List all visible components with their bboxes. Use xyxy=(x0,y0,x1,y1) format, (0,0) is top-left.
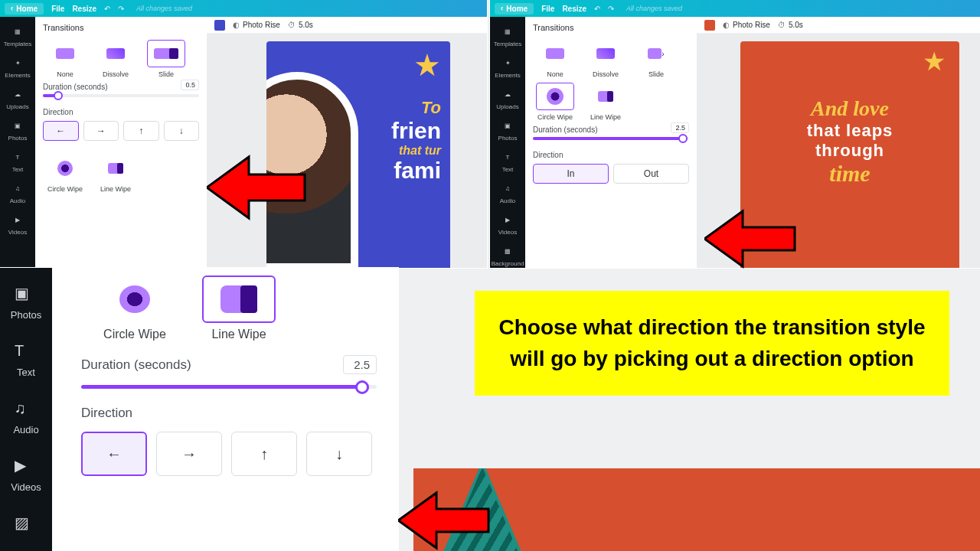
transition-dissolve[interactable]: Dissolve xyxy=(93,40,138,78)
timing-picker[interactable]: ⏱5.0s xyxy=(778,21,803,29)
app-topbar: ›Home File Resize ↶ ↷ All changes saved xyxy=(0,0,487,17)
duration-slider[interactable] xyxy=(533,137,689,140)
resize-menu[interactable]: Resize xyxy=(72,5,96,13)
text-line[interactable]: frien xyxy=(391,118,441,144)
design-page-crop xyxy=(413,468,980,551)
sidebar-item-elements[interactable]: ✦Elements xyxy=(0,53,35,83)
text-icon: T xyxy=(15,339,38,362)
audio-icon: ♫ xyxy=(11,182,24,196)
transition-line-wipe[interactable]: Line Wipe xyxy=(202,276,276,341)
transition-circle-wipe[interactable]: Circle Wipe xyxy=(533,83,577,121)
sidebar-item-videos[interactable]: ▶Videos xyxy=(0,445,52,502)
home-button[interactable]: ›Home xyxy=(495,3,534,15)
transition-dissolve[interactable]: Dissolve xyxy=(583,40,628,78)
transition-circle-wipe[interactable]: Circle Wipe xyxy=(98,276,172,341)
videos-icon: ▶ xyxy=(15,454,38,477)
photos-icon: ▣ xyxy=(11,119,24,133)
elements-icon: ✦ xyxy=(11,57,24,70)
duration-slider[interactable] xyxy=(81,385,377,389)
save-status: All changes saved xyxy=(626,5,682,12)
canvas-toolbar: ◐Photo Rise ⏱5.0s xyxy=(207,17,487,34)
direction-down-button[interactable]: ↓ xyxy=(164,121,200,141)
transition-slide[interactable]: ›Slide xyxy=(634,40,678,78)
canvas-area[interactable]: ★ And love that leaps through time xyxy=(697,34,980,268)
file-menu[interactable]: File xyxy=(51,5,64,13)
sidebar-item-audio[interactable]: ♫Audio xyxy=(0,387,52,445)
text-line[interactable]: To xyxy=(391,98,441,118)
transition-circle-wipe[interactable]: Circle Wipe xyxy=(43,155,87,193)
text-icon: T xyxy=(11,151,24,165)
resize-menu[interactable]: Resize xyxy=(562,5,586,13)
sidebar-item-audio[interactable]: ♫Audio xyxy=(0,178,35,208)
transition-none[interactable]: None xyxy=(43,40,87,78)
direction-in-button[interactable]: In xyxy=(533,164,609,184)
timing-picker[interactable]: ⏱5.0s xyxy=(288,21,313,29)
text-line[interactable]: fami xyxy=(391,158,441,184)
page-color-swatch[interactable] xyxy=(214,20,225,31)
file-menu[interactable]: File xyxy=(541,5,554,13)
photo-element[interactable] xyxy=(266,72,358,268)
star-icon[interactable]: ★ xyxy=(923,46,946,77)
direction-right-button[interactable]: → xyxy=(156,432,222,476)
direction-left-button[interactable]: ← xyxy=(43,121,79,141)
undo-icon[interactable]: ↶ xyxy=(104,5,110,13)
page-color-swatch[interactable] xyxy=(704,20,715,31)
sidebar-item-elements[interactable]: ✦Elements xyxy=(490,53,525,83)
sidebar-item-videos[interactable]: ▶Videos xyxy=(490,210,525,240)
direction-label: Direction xyxy=(35,102,207,118)
text-line[interactable]: that tur xyxy=(391,144,441,158)
design-page[interactable]: ★ To frien that tur fami xyxy=(266,41,450,268)
sidebar-item-videos[interactable]: ▶Videos xyxy=(0,210,35,240)
sidebar-item-text[interactable]: TText xyxy=(490,147,525,177)
sidebar-item-text[interactable]: TText xyxy=(0,330,52,387)
direction-right-button[interactable]: → xyxy=(83,121,119,141)
sidebar-item-templates[interactable]: ▦Templates xyxy=(490,21,525,51)
sidebar-item-audio[interactable]: ♫Audio xyxy=(490,178,525,208)
tool-sidebar: ▦Templates ✦Elements ☁Uploads ▣Photos TT… xyxy=(0,17,35,268)
tool-sidebar: ▣Photos TText ♫Audio ▶Videos ▨ xyxy=(0,268,52,551)
sidebar-item-uploads[interactable]: ☁Uploads xyxy=(0,84,35,114)
sidebar-item-photos[interactable]: ▣Photos xyxy=(0,116,35,145)
direction-out-button[interactable]: Out xyxy=(613,164,689,184)
transition-line-wipe[interactable]: Line Wipe xyxy=(93,155,138,193)
effect-picker[interactable]: ◐Photo Rise xyxy=(723,21,770,29)
direction-up-button[interactable]: ↑ xyxy=(123,121,159,141)
text-line[interactable]: through xyxy=(740,141,959,161)
direction-up-button[interactable]: ↑ xyxy=(231,432,297,476)
design-page[interactable]: ★ And love that leaps through time xyxy=(740,41,959,268)
canvas-area[interactable]: ★ To frien that tur fami xyxy=(207,34,487,268)
text-line[interactable]: And love xyxy=(740,96,959,121)
clock-icon: ⏱ xyxy=(288,21,296,29)
text-line[interactable]: that leaps xyxy=(740,121,959,141)
sidebar-item-background[interactable]: ▩Background xyxy=(490,241,525,271)
direction-down-button[interactable]: ↓ xyxy=(306,432,372,476)
redo-icon[interactable]: ↷ xyxy=(608,5,614,13)
chevron-left-icon: › xyxy=(11,5,13,13)
more-icon: ▨ xyxy=(15,511,38,534)
sidebar-item-more[interactable]: ▨ xyxy=(0,502,52,543)
sidebar-item-uploads[interactable]: ☁Uploads xyxy=(490,84,525,114)
transition-line-wipe[interactable]: Line Wipe xyxy=(583,83,628,121)
home-button[interactable]: ›Home xyxy=(5,3,44,15)
triangle-decoration xyxy=(436,468,528,551)
tutorial-callout: Choose what direction the transition sty… xyxy=(475,291,949,396)
sidebar-item-text[interactable]: TText xyxy=(0,147,35,177)
duration-value[interactable]: 0.5 xyxy=(181,80,199,90)
sidebar-item-templates[interactable]: ▦Templates xyxy=(0,21,35,51)
undo-icon[interactable]: ↶ xyxy=(594,5,600,13)
duration-label: Duration (seconds) xyxy=(81,357,191,373)
text-line[interactable]: time xyxy=(740,161,959,187)
sidebar-item-photos[interactable]: ▣Photos xyxy=(0,272,52,330)
star-icon[interactable]: ★ xyxy=(413,47,441,83)
panel-title: Transitions xyxy=(525,17,697,35)
transition-none[interactable]: None xyxy=(533,40,577,78)
duration-slider[interactable] xyxy=(43,94,199,97)
duration-value[interactable]: 2.5 xyxy=(343,355,377,374)
audio-icon: ♫ xyxy=(15,396,38,419)
redo-icon[interactable]: ↷ xyxy=(118,5,124,13)
effect-picker[interactable]: ◐Photo Rise xyxy=(233,21,280,29)
sidebar-item-photos[interactable]: ▣Photos xyxy=(490,116,525,145)
duration-value[interactable]: 2.5 xyxy=(671,122,689,133)
transition-slide[interactable]: Slide xyxy=(144,40,188,78)
direction-left-button[interactable]: ← xyxy=(81,432,147,476)
